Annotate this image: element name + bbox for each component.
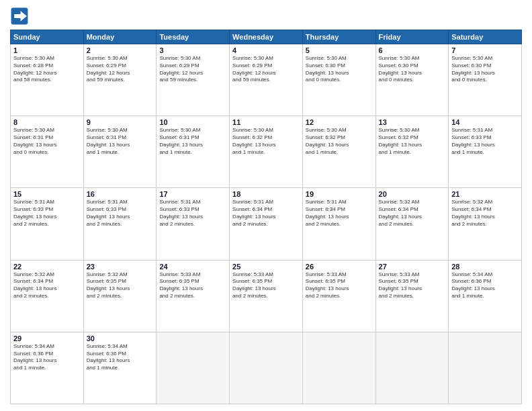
calendar-cell: 2Sunrise: 5:30 AMSunset: 6:29 PMDaylight… bbox=[83, 44, 157, 116]
calendar-cell: 7Sunrise: 5:30 AMSunset: 6:30 PMDaylight… bbox=[449, 44, 522, 116]
header bbox=[10, 7, 522, 26]
logo-icon bbox=[10, 7, 29, 26]
calendar-cell: 22Sunrise: 5:32 AMSunset: 6:34 PMDayligh… bbox=[11, 260, 84, 332]
day-number: 6 bbox=[379, 46, 446, 54]
calendar-cell: 21Sunrise: 5:32 AMSunset: 6:34 PMDayligh… bbox=[449, 188, 522, 260]
calendar-cell bbox=[302, 332, 375, 404]
day-number: 5 bbox=[306, 46, 373, 54]
calendar-cell: 4Sunrise: 5:30 AMSunset: 6:29 PMDaylight… bbox=[230, 44, 303, 116]
cell-info: Sunrise: 5:31 AMSunset: 6:33 PMDaylight:… bbox=[13, 199, 81, 228]
calendar-cell: 6Sunrise: 5:30 AMSunset: 6:30 PMDaylight… bbox=[375, 44, 449, 116]
calendar-cell bbox=[230, 332, 303, 404]
cell-info: Sunrise: 5:32 AMSunset: 6:34 PMDaylight:… bbox=[451, 199, 519, 228]
cell-info: Sunrise: 5:31 AMSunset: 6:34 PMDaylight:… bbox=[232, 199, 300, 228]
weekday-sunday: Sunday bbox=[11, 30, 84, 44]
calendar-cell bbox=[449, 332, 522, 404]
day-number: 7 bbox=[451, 46, 519, 54]
day-number: 29 bbox=[13, 334, 81, 342]
calendar-header: SundayMondayTuesdayWednesdayThursdayFrid… bbox=[11, 30, 522, 44]
day-number: 10 bbox=[159, 118, 226, 126]
calendar-cell: 8Sunrise: 5:30 AMSunset: 6:31 PMDaylight… bbox=[11, 116, 84, 188]
cell-info: Sunrise: 5:34 AMSunset: 6:36 PMDaylight:… bbox=[451, 271, 519, 300]
day-number: 24 bbox=[159, 263, 226, 271]
cell-info: Sunrise: 5:30 AMSunset: 6:30 PMDaylight:… bbox=[306, 55, 373, 84]
cell-info: Sunrise: 5:30 AMSunset: 6:32 PMDaylight:… bbox=[306, 127, 373, 156]
calendar-cell: 13Sunrise: 5:30 AMSunset: 6:32 PMDayligh… bbox=[375, 116, 449, 188]
day-number: 28 bbox=[451, 263, 519, 271]
day-number: 23 bbox=[87, 263, 154, 271]
calendar-cell: 30Sunrise: 5:34 AMSunset: 6:36 PMDayligh… bbox=[83, 332, 157, 404]
weekday-monday: Monday bbox=[83, 30, 157, 44]
calendar-cell: 16Sunrise: 5:31 AMSunset: 6:33 PMDayligh… bbox=[83, 188, 157, 260]
calendar-cell: 24Sunrise: 5:33 AMSunset: 6:35 PMDayligh… bbox=[157, 260, 230, 332]
calendar-cell: 1Sunrise: 5:30 AMSunset: 6:28 PMDaylight… bbox=[11, 44, 84, 116]
logo bbox=[10, 7, 32, 26]
day-number: 2 bbox=[87, 46, 154, 54]
calendar-table: SundayMondayTuesdayWednesdayThursdayFrid… bbox=[10, 30, 522, 404]
day-number: 18 bbox=[232, 190, 300, 198]
cell-info: Sunrise: 5:30 AMSunset: 6:30 PMDaylight:… bbox=[379, 55, 446, 84]
calendar-cell: 17Sunrise: 5:31 AMSunset: 6:33 PMDayligh… bbox=[157, 188, 230, 260]
weekday-tuesday: Tuesday bbox=[157, 30, 230, 44]
weekday-saturday: Saturday bbox=[449, 30, 522, 44]
day-number: 13 bbox=[379, 118, 446, 126]
cell-info: Sunrise: 5:31 AMSunset: 6:33 PMDaylight:… bbox=[451, 127, 519, 156]
calendar-cell: 25Sunrise: 5:33 AMSunset: 6:35 PMDayligh… bbox=[230, 260, 303, 332]
day-number: 19 bbox=[306, 190, 373, 198]
cell-info: Sunrise: 5:34 AMSunset: 6:36 PMDaylight:… bbox=[87, 343, 154, 372]
cell-info: Sunrise: 5:32 AMSunset: 6:35 PMDaylight:… bbox=[87, 271, 154, 300]
calendar-cell: 23Sunrise: 5:32 AMSunset: 6:35 PMDayligh… bbox=[83, 260, 157, 332]
page: SundayMondayTuesdayWednesdayThursdayFrid… bbox=[0, 0, 532, 411]
calendar-cell: 11Sunrise: 5:30 AMSunset: 6:32 PMDayligh… bbox=[230, 116, 303, 188]
calendar-week-row: 29Sunrise: 5:34 AMSunset: 6:36 PMDayligh… bbox=[11, 332, 522, 404]
cell-info: Sunrise: 5:33 AMSunset: 6:35 PMDaylight:… bbox=[232, 271, 300, 300]
cell-info: Sunrise: 5:33 AMSunset: 6:35 PMDaylight:… bbox=[159, 271, 226, 300]
calendar-cell: 18Sunrise: 5:31 AMSunset: 6:34 PMDayligh… bbox=[230, 188, 303, 260]
day-number: 25 bbox=[232, 263, 300, 271]
calendar-cell: 3Sunrise: 5:30 AMSunset: 6:29 PMDaylight… bbox=[157, 44, 230, 116]
calendar-cell: 15Sunrise: 5:31 AMSunset: 6:33 PMDayligh… bbox=[11, 188, 84, 260]
calendar-cell: 10Sunrise: 5:30 AMSunset: 6:31 PMDayligh… bbox=[157, 116, 230, 188]
day-number: 14 bbox=[451, 118, 519, 126]
day-number: 26 bbox=[306, 263, 373, 271]
day-number: 15 bbox=[13, 190, 81, 198]
cell-info: Sunrise: 5:33 AMSunset: 6:35 PMDaylight:… bbox=[306, 271, 373, 300]
day-number: 22 bbox=[13, 263, 81, 271]
cell-info: Sunrise: 5:31 AMSunset: 6:34 PMDaylight:… bbox=[306, 199, 373, 228]
cell-info: Sunrise: 5:30 AMSunset: 6:28 PMDaylight:… bbox=[13, 55, 81, 84]
day-number: 27 bbox=[379, 263, 446, 271]
cell-info: Sunrise: 5:30 AMSunset: 6:32 PMDaylight:… bbox=[232, 127, 300, 156]
day-number: 11 bbox=[232, 118, 300, 126]
calendar-week-row: 8Sunrise: 5:30 AMSunset: 6:31 PMDaylight… bbox=[11, 116, 522, 188]
calendar-cell: 9Sunrise: 5:30 AMSunset: 6:31 PMDaylight… bbox=[83, 116, 157, 188]
cell-info: Sunrise: 5:31 AMSunset: 6:33 PMDaylight:… bbox=[87, 199, 154, 228]
cell-info: Sunrise: 5:33 AMSunset: 6:35 PMDaylight:… bbox=[379, 271, 446, 300]
cell-info: Sunrise: 5:30 AMSunset: 6:29 PMDaylight:… bbox=[232, 55, 300, 84]
calendar-body: 1Sunrise: 5:30 AMSunset: 6:28 PMDaylight… bbox=[11, 44, 522, 404]
calendar-cell: 12Sunrise: 5:30 AMSunset: 6:32 PMDayligh… bbox=[302, 116, 375, 188]
day-number: 20 bbox=[379, 190, 446, 198]
calendar-week-row: 1Sunrise: 5:30 AMSunset: 6:28 PMDaylight… bbox=[11, 44, 522, 116]
cell-info: Sunrise: 5:32 AMSunset: 6:34 PMDaylight:… bbox=[379, 199, 446, 228]
day-number: 4 bbox=[232, 46, 300, 54]
day-number: 16 bbox=[87, 190, 154, 198]
day-number: 17 bbox=[159, 190, 226, 198]
calendar-cell: 14Sunrise: 5:31 AMSunset: 6:33 PMDayligh… bbox=[449, 116, 522, 188]
weekday-wednesday: Wednesday bbox=[230, 30, 303, 44]
cell-info: Sunrise: 5:30 AMSunset: 6:29 PMDaylight:… bbox=[87, 55, 154, 84]
weekday-thursday: Thursday bbox=[302, 30, 375, 44]
cell-info: Sunrise: 5:32 AMSunset: 6:34 PMDaylight:… bbox=[13, 271, 81, 300]
day-number: 21 bbox=[451, 190, 519, 198]
weekday-header-row: SundayMondayTuesdayWednesdayThursdayFrid… bbox=[11, 30, 522, 44]
cell-info: Sunrise: 5:34 AMSunset: 6:36 PMDaylight:… bbox=[13, 343, 81, 372]
cell-info: Sunrise: 5:30 AMSunset: 6:32 PMDaylight:… bbox=[379, 127, 446, 156]
calendar-cell: 19Sunrise: 5:31 AMSunset: 6:34 PMDayligh… bbox=[302, 188, 375, 260]
calendar-cell: 26Sunrise: 5:33 AMSunset: 6:35 PMDayligh… bbox=[302, 260, 375, 332]
cell-info: Sunrise: 5:30 AMSunset: 6:31 PMDaylight:… bbox=[159, 127, 226, 156]
day-number: 9 bbox=[87, 118, 154, 126]
cell-info: Sunrise: 5:30 AMSunset: 6:29 PMDaylight:… bbox=[159, 55, 226, 84]
calendar-week-row: 15Sunrise: 5:31 AMSunset: 6:33 PMDayligh… bbox=[11, 188, 522, 260]
calendar-cell: 29Sunrise: 5:34 AMSunset: 6:36 PMDayligh… bbox=[11, 332, 84, 404]
cell-info: Sunrise: 5:30 AMSunset: 6:31 PMDaylight:… bbox=[87, 127, 154, 156]
day-number: 3 bbox=[159, 46, 226, 54]
